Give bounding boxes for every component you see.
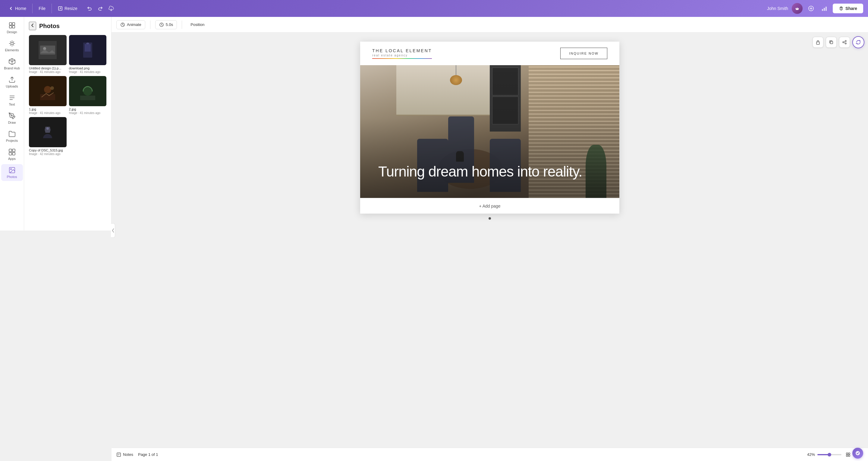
- sidebar-brand-hub-label: Brand Hub: [4, 66, 20, 70]
- sidebar-design-label: Design: [7, 30, 17, 34]
- sidebar-projects-label: Projects: [6, 139, 18, 142]
- position-label: Position: [190, 22, 204, 27]
- home-label: Home: [15, 6, 26, 11]
- hero-text[interactable]: Turning dream homes into reality.: [378, 163, 434, 180]
- brand-name: THE LOCAL ELEMENT: [372, 48, 432, 53]
- photo-meta: Image · 42 minutes ago: [29, 152, 67, 156]
- list-item[interactable]: Untitled design (1).p... Image · 41 minu…: [29, 35, 67, 74]
- animate-label: Animate: [127, 22, 141, 27]
- svg-point-17: [10, 169, 11, 170]
- sidebar-item-photos[interactable]: Photos: [1, 164, 23, 181]
- photos-panel: Photos Untitled design (1).p... Image · …: [24, 17, 112, 231]
- svg-rect-8: [12, 26, 15, 28]
- sidebar-apps-label: Apps: [8, 157, 16, 161]
- duration-label: 5.0s: [166, 22, 173, 27]
- svg-rect-15: [12, 152, 15, 155]
- hero-section[interactable]: Turning dream homes into reality.: [360, 65, 434, 198]
- svg-rect-12: [9, 149, 12, 152]
- design-header: THE LOCAL ELEMENT real estate agency INQ…: [360, 41, 434, 65]
- sidebar-item-brand-hub[interactable]: Brand Hub: [1, 56, 23, 73]
- svg-point-11: [11, 115, 12, 116]
- svg-rect-13: [12, 149, 15, 152]
- list-item[interactable]: Copy of DSC_5315.jpg Image · 42 minutes …: [29, 117, 67, 156]
- sidebar-item-draw[interactable]: Draw: [1, 110, 23, 127]
- list-item[interactable]: download.png Image · 41 minutes ago: [69, 35, 107, 74]
- undo-redo-group: [85, 4, 116, 13]
- file-button[interactable]: File: [35, 4, 49, 13]
- photo-meta: Image · 41 minutes ago: [29, 111, 67, 115]
- photo-meta: Image · 41 minutes ago: [29, 70, 67, 74]
- hide-panel-button[interactable]: [111, 223, 115, 231]
- sidebar-item-text[interactable]: Text: [1, 92, 23, 109]
- page-dots: [360, 217, 434, 220]
- sidebar-item-design[interactable]: Design: [1, 19, 23, 36]
- svg-rect-28: [40, 94, 55, 100]
- sidebar-elements-label: Elements: [5, 48, 19, 52]
- svg-point-24: [86, 42, 89, 45]
- animate-button[interactable]: Animate: [116, 20, 145, 29]
- svg-rect-19: [40, 46, 55, 55]
- svg-rect-23: [85, 44, 91, 52]
- photo-name: Copy of DSC_5315.jpg: [29, 148, 67, 152]
- brand-underline: [372, 58, 432, 59]
- undo-button[interactable]: [85, 4, 94, 13]
- sidebar-uploads-label: Uploads: [6, 84, 18, 88]
- cloud-save-button[interactable]: [106, 4, 116, 13]
- sidebar-text-label: Text: [9, 103, 15, 106]
- svg-point-9: [11, 42, 13, 45]
- svg-rect-32: [80, 96, 95, 100]
- add-page-bar[interactable]: + Add page: [360, 198, 434, 213]
- brand-logo: THE LOCAL ELEMENT real estate agency: [372, 48, 432, 59]
- sidebar-item-uploads[interactable]: Uploads: [1, 74, 23, 90]
- sidebar-item-projects[interactable]: Projects: [1, 128, 23, 145]
- photo-name: 2.jpg: [69, 107, 107, 111]
- brand-tagline: real estate agency: [372, 54, 432, 57]
- back-button[interactable]: [29, 22, 36, 30]
- photo-meta: Image · 41 minutes ago: [69, 111, 107, 115]
- svg-rect-14: [9, 152, 12, 155]
- svg-rect-25: [86, 54, 89, 56]
- redo-button[interactable]: [96, 4, 105, 13]
- svg-rect-7: [9, 26, 12, 28]
- photo-meta: Image · 41 minutes ago: [69, 70, 107, 74]
- list-item[interactable]: 2.jpg Image · 41 minutes ago: [69, 76, 107, 115]
- resize-button[interactable]: Resize: [54, 4, 81, 13]
- canvas-frame: THE LOCAL ELEMENT real estate agency INQ…: [360, 41, 434, 213]
- toolbar-separator: [150, 21, 150, 29]
- header-left: Home File Resize: [5, 4, 116, 13]
- toolbar-separator2: [182, 21, 182, 29]
- svg-rect-6: [12, 23, 15, 25]
- panel-header: Photos: [29, 22, 106, 30]
- sidebar-item-elements[interactable]: Elements: [1, 37, 23, 54]
- svg-point-29: [50, 86, 54, 90]
- duration-button[interactable]: 5.0s: [155, 20, 177, 29]
- sidebar-item-apps[interactable]: Apps: [1, 146, 23, 163]
- left-sidebar: Design Elements Brand Hub Uploads Text D…: [0, 17, 24, 231]
- svg-point-36: [46, 127, 49, 130]
- svg-point-27: [44, 86, 51, 93]
- sidebar-photos-label: Photos: [7, 175, 17, 179]
- home-button[interactable]: Home: [5, 4, 30, 13]
- panel-title: Photos: [39, 23, 60, 30]
- main-canvas: Animate 5.0s Position: [112, 17, 434, 231]
- photo-name: 1.jpg: [29, 107, 67, 111]
- canvas-wrapper: THE LOCAL ELEMENT real estate agency INQ…: [360, 41, 434, 220]
- header-divider2: [52, 4, 52, 13]
- photo-name: download.png: [69, 66, 107, 70]
- photo-name: Untitled design (1).p...: [29, 66, 67, 70]
- photos-grid: Untitled design (1).p... Image · 41 minu…: [29, 35, 106, 156]
- canvas-scroll[interactable]: THE LOCAL ELEMENT real estate agency INQ…: [112, 33, 434, 231]
- canvas-toolbar: Animate 5.0s Position: [112, 17, 434, 33]
- top-header: Home File Resize John Smith: [0, 0, 434, 17]
- list-item[interactable]: 1.jpg Image · 41 minutes ago: [29, 76, 67, 115]
- svg-rect-5: [9, 23, 12, 25]
- sidebar-draw-label: Draw: [8, 121, 16, 124]
- header-divider: [32, 4, 33, 13]
- position-button[interactable]: Position: [187, 21, 208, 29]
- file-label: File: [38, 6, 45, 11]
- resize-label: Resize: [64, 6, 78, 11]
